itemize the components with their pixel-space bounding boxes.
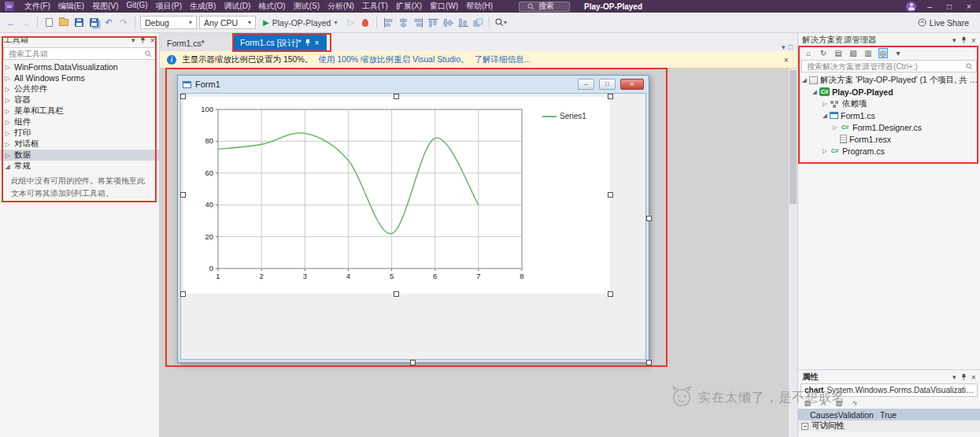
- form-client-area[interactable]: 12345678020406080100Series1: [180, 93, 646, 360]
- align-centers-icon[interactable]: [397, 16, 409, 30]
- align-middles-icon[interactable]: [442, 16, 454, 30]
- pin-icon[interactable]: [960, 36, 967, 44]
- hot-reload-icon[interactable]: [359, 16, 372, 30]
- expanded-arrow-icon[interactable]: ◢: [821, 112, 829, 119]
- properties-header[interactable]: 属性 ▾ ×: [798, 370, 980, 383]
- switch-views-icon[interactable]: ⌂: [804, 48, 813, 58]
- align-bottoms-icon[interactable]: [457, 16, 469, 30]
- toolbox-search-input[interactable]: [7, 49, 142, 59]
- forms-designer-surface[interactable]: Form1 – □ × 12345678020406080100Series1: [160, 69, 797, 437]
- menu-item[interactable]: 编辑(E): [54, 1, 88, 12]
- titlebar-search[interactable]: 搜索 ▾: [519, 2, 570, 12]
- tab-overflow-chevron-icon[interactable]: ▾: [778, 43, 789, 51]
- start-without-debugging-icon[interactable]: ▷: [344, 16, 357, 30]
- toolbox-group[interactable]: ▷数据: [0, 150, 159, 161]
- toolbox-search[interactable]: [3, 47, 156, 60]
- solution-platforms-dropdown[interactable]: Any CPU ▾: [199, 16, 256, 29]
- chevron-down-icon[interactable]: ▾: [131, 36, 135, 44]
- expanded-arrow-icon[interactable]: ◢: [801, 76, 808, 83]
- collapsed-arrow-icon[interactable]: ▷: [4, 75, 11, 82]
- resize-handle[interactable]: [608, 192, 613, 198]
- form-resize-handle[interactable]: [646, 360, 652, 365]
- collapsed-arrow-icon[interactable]: ▷: [4, 130, 11, 137]
- toolbox-group[interactable]: ▷WinForms.DataVisualization: [0, 61, 159, 72]
- form-minimize-button[interactable]: –: [578, 79, 594, 90]
- close-icon[interactable]: ×: [314, 39, 320, 47]
- menu-item[interactable]: 视图(V): [88, 1, 122, 12]
- solution-explorer-header[interactable]: 解决方案资源管理器 ▾ ×: [798, 33, 980, 46]
- toolbox-header[interactable]: 工具箱 ▾ ×: [0, 33, 159, 46]
- tree-item[interactable]: Form1.resx: [798, 133, 980, 145]
- tree-item[interactable]: ▷C#Program.cs: [798, 145, 980, 157]
- designed-form-window[interactable]: Form1 – □ × 12345678020406080100Series1: [177, 75, 649, 363]
- collapsed-arrow-icon[interactable]: ▷: [4, 119, 11, 126]
- close-icon[interactable]: ×: [782, 55, 790, 65]
- toolbox-group[interactable]: ▷公共控件: [0, 83, 159, 94]
- resize-handle[interactable]: [608, 94, 613, 99]
- sync-with-active-document-icon[interactable]: ◎: [878, 48, 888, 58]
- menu-item[interactable]: 调试(D): [220, 1, 254, 12]
- scrollbar-thumb[interactable]: [790, 70, 797, 204]
- tree-item[interactable]: ◢Form1.cs: [798, 109, 980, 121]
- menu-item[interactable]: 窗口(W): [426, 1, 462, 12]
- collapsed-arrow-icon[interactable]: ▷: [821, 100, 829, 107]
- chart-control[interactable]: 12345678020406080100Series1: [183, 97, 610, 294]
- menu-item[interactable]: Git(G): [122, 1, 151, 12]
- learn-more-link[interactable]: 了解详细信息...: [475, 54, 531, 65]
- zoom-icon[interactable]: ▾: [494, 16, 507, 30]
- form-resize-handle[interactable]: [646, 216, 652, 221]
- menu-item[interactable]: 测试(S): [290, 1, 324, 12]
- menu-item[interactable]: 项目(P): [152, 1, 186, 12]
- expanded-arrow-icon[interactable]: ◢: [811, 88, 819, 95]
- resize-handle[interactable]: [180, 192, 186, 198]
- close-icon[interactable]: ×: [971, 35, 976, 45]
- save-icon[interactable]: [72, 16, 85, 30]
- resize-handle[interactable]: [180, 291, 186, 297]
- align-rights-icon[interactable]: [412, 16, 424, 30]
- tree-item[interactable]: ◢解决方案 'Play-OP-Played' (1 个项目, 共 1 个): [798, 74, 980, 86]
- menu-item[interactable]: 扩展(X): [392, 1, 426, 12]
- collapse-all-icon[interactable]: ▤: [834, 48, 843, 58]
- tree-item[interactable]: ▷C#Form1.Designer.cs: [798, 121, 980, 133]
- collapse-box-icon[interactable]: [801, 423, 808, 430]
- pin-icon[interactable]: [139, 36, 146, 44]
- toolbox-group[interactable]: ▷All Windows Forms: [0, 72, 159, 83]
- make-same-size-icon[interactable]: [472, 16, 484, 30]
- live-share-button[interactable]: Live Share: [918, 18, 969, 28]
- chevron-down-icon[interactable]: ▾: [952, 36, 956, 44]
- collapsed-arrow-icon[interactable]: ▷: [4, 141, 11, 148]
- menu-item[interactable]: 分析(N): [324, 1, 358, 12]
- toolbox-group[interactable]: ◢常规: [0, 161, 159, 172]
- tree-item[interactable]: ▷依赖项: [798, 98, 980, 109]
- close-icon[interactable]: ×: [150, 35, 155, 45]
- undo-icon[interactable]: ↶: [102, 16, 115, 30]
- menu-item[interactable]: 工具(T): [358, 1, 392, 12]
- navigate-forward-icon[interactable]: →: [20, 16, 32, 30]
- form-close-button[interactable]: ×: [620, 79, 644, 90]
- designer-vertical-scrollbar[interactable]: [788, 69, 797, 437]
- expanded-arrow-icon[interactable]: ◢: [4, 163, 11, 170]
- pin-icon[interactable]: [305, 39, 311, 46]
- align-lefts-icon[interactable]: [382, 16, 394, 30]
- collapsed-arrow-icon[interactable]: ▷: [4, 64, 11, 71]
- minimize-button[interactable]: –: [923, 2, 936, 11]
- resize-handle[interactable]: [180, 94, 186, 99]
- more-options-icon[interactable]: ▾: [893, 48, 903, 58]
- close-button[interactable]: ×: [963, 2, 975, 11]
- restart-100-link[interactable]: 使用 100% 缩放比例重启 Visual Studio。: [318, 54, 468, 65]
- new-file-icon[interactable]: [43, 16, 55, 30]
- chevron-down-icon[interactable]: ▾: [952, 373, 956, 381]
- restore-button[interactable]: □: [943, 2, 956, 11]
- menu-item[interactable]: 格式(O): [254, 1, 289, 12]
- property-value[interactable]: True: [880, 410, 980, 420]
- start-debugging-button[interactable]: ▶ Play-OP-Played ▾: [258, 15, 342, 30]
- align-tops-icon[interactable]: [427, 16, 439, 30]
- open-folder-icon[interactable]: [57, 16, 70, 30]
- menu-item[interactable]: 生成(B): [186, 1, 220, 12]
- properties-icon[interactable]: ▧: [849, 48, 858, 58]
- float-window-icon[interactable]: □: [789, 43, 797, 51]
- save-all-icon[interactable]: [87, 16, 100, 30]
- collapsed-arrow-icon[interactable]: ▷: [4, 97, 11, 104]
- resize-handle[interactable]: [608, 291, 613, 297]
- resize-handle[interactable]: [394, 94, 399, 99]
